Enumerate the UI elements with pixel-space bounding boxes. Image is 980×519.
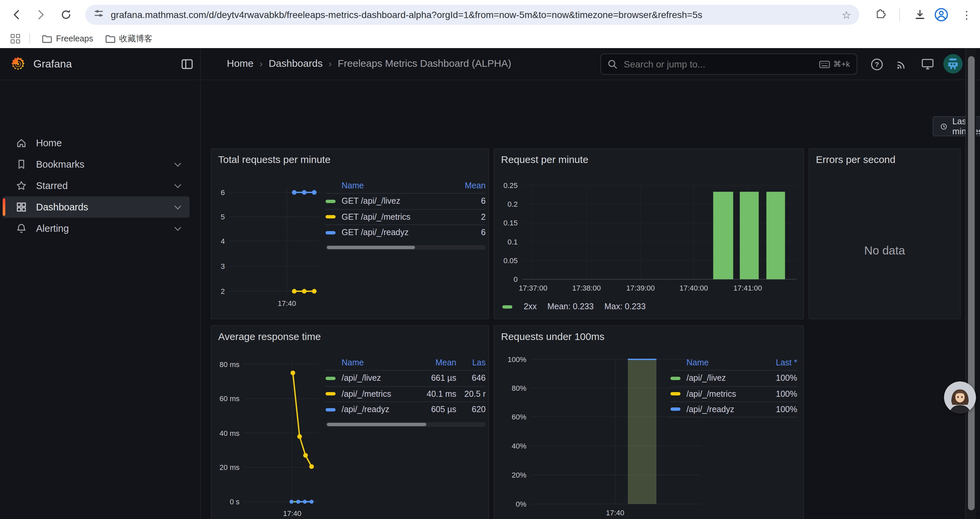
svg-text:17:37:00: 17:37:00 [519,284,547,292]
series-chip [326,216,336,219]
no-data-message: No data [809,244,960,258]
panel-total-requests: Total requests per minute 6543217:40 Nam… [211,148,489,319]
panel-title[interactable]: Errors per second [816,153,895,165]
bookmark-label: 收藏博客 [119,33,153,45]
chevron-down-icon[interactable] [175,203,181,209]
svg-text:3: 3 [221,262,225,270]
chevron-down-icon[interactable] [175,181,181,188]
forward-icon[interactable] [33,7,48,22]
bookmark-folder-freeleaps[interactable]: Freeleaps [42,34,93,43]
sidebar-item-label: Alerting [36,223,69,234]
series-last: 620 [456,405,486,414]
chart-average-response-time[interactable]: 80 ms60 ms40 ms20 ms0 s17:40 [212,357,345,519]
download-icon[interactable] [913,7,927,22]
dock-toggle-icon[interactable] [181,59,193,72]
bell-icon [16,223,27,234]
svg-text:0.2: 0.2 [508,200,518,208]
grafana-logo[interactable] [10,56,26,72]
news-icon[interactable] [894,56,910,72]
panel-title[interactable]: Average response time [218,331,321,342]
bookmark-folder-blogs[interactable]: 收藏博客 [105,33,153,45]
legend-row: /api/_/readyz 605 µs 620 [326,401,486,417]
apps-icon [16,202,27,212]
floating-assistant-avatar[interactable] [944,382,976,414]
series-name[interactable]: /api/_/livez [686,374,765,383]
legend-header-name[interactable]: Name [342,181,448,190]
series-name[interactable]: GET /api/_/livez [342,197,448,206]
breadcrumb: Home › Dashboards › Freeleaps Metrics Da… [227,57,511,69]
series-name[interactable]: GET /api/_/readyz [342,228,448,238]
help-icon[interactable]: ? [869,56,885,72]
sidebar-item-dashboards[interactable]: Dashboards [3,196,189,218]
svg-text:5: 5 [221,213,225,221]
series-name[interactable]: /api/_/metrics [686,390,765,399]
svg-text:0.15: 0.15 [503,219,518,227]
sidebar-item-alerting[interactable]: Alerting [3,218,189,239]
site-settings-icon[interactable] [94,8,104,21]
breadcrumb-separator: › [259,58,262,69]
sidebar: Home Bookmarks Starred Dashboards Alerti [0,80,200,519]
series-chip [326,408,336,412]
series-mean: Mean: 0.233 [547,302,594,311]
legend-header-name[interactable]: Name [686,358,765,367]
series-last: 100% [765,374,797,383]
legend-header-mean[interactable]: Mean [448,181,486,190]
series-name[interactable]: GET /api/_/metrics [342,212,448,222]
legend-header-name[interactable]: Name [342,358,419,367]
search-box[interactable]: ⌘+k [600,53,857,75]
breadcrumb-dashboards[interactable]: Dashboards [269,57,323,69]
legend-scrollbar[interactable] [326,245,486,249]
bookmark-label: Freeleaps [56,34,93,43]
series-chip [502,305,512,308]
legend-header-last[interactable]: Las [456,358,486,367]
kebab-menu-icon[interactable]: ⋮ [959,7,974,22]
series-name[interactable]: /api/_/metrics [342,390,419,399]
legend-inline: 2xx Mean: 0.233 Max: 0.233 [502,302,646,311]
back-icon[interactable] [10,7,24,22]
url-field[interactable]: grafana.mathmast.com/d/deytv4rwavabkb/fr… [111,10,836,20]
panel-title[interactable]: Requests under 100ms [501,331,605,342]
legend-header: Name Last * [670,355,797,370]
search-icon [608,59,617,69]
series-chip [326,377,336,380]
legend-scrollbar[interactable] [326,422,486,426]
svg-text:0%: 0% [516,500,527,508]
apps-grid-icon[interactable] [11,34,20,43]
user-avatar[interactable] [943,54,963,73]
sidebar-item-starred[interactable]: Starred [3,175,189,196]
series-name[interactable]: /api/_/readyz [342,405,419,414]
series-name[interactable]: /api/_/readyz [686,405,765,414]
reload-icon[interactable] [59,7,73,22]
chevron-down-icon[interactable] [175,160,181,167]
svg-text:0: 0 [514,275,518,284]
svg-text:40 ms: 40 ms [220,429,240,438]
panel-title[interactable]: Total requests per minute [218,153,331,165]
chart-request-per-minute[interactable]: 0.250.20.150.10.05017:37:0017:38:0017:39… [494,180,805,300]
legend-header-mean[interactable]: Mean [419,358,456,367]
bookmark-star-icon[interactable]: ☆ [842,8,851,21]
svg-text:20%: 20% [512,471,527,479]
breadcrumb-home[interactable]: Home [227,57,253,69]
series-name[interactable]: /api/_/livez [342,374,419,383]
clock-icon [941,121,947,131]
panel-title[interactable]: Request per minute [501,153,589,165]
sidebar-item-bookmarks[interactable]: Bookmarks [3,153,189,175]
legend-header-last[interactable]: Last * [765,358,797,367]
svg-text:0.1: 0.1 [508,238,518,246]
scrollbar-thumb[interactable] [968,56,975,510]
page-scrollbar[interactable] [965,48,976,519]
search-input[interactable] [622,58,814,70]
sidebar-item-home[interactable]: Home [3,132,189,153]
search-shortcut: ⌘+k [819,59,850,69]
chart-total-requests[interactable]: 6543217:40 [212,180,345,316]
omnibox[interactable]: grafana.mathmast.com/d/deytv4rwavabkb/fr… [85,5,859,25]
profile-icon[interactable] [934,7,949,22]
folder-icon [42,34,52,43]
series-name[interactable]: 2xx [524,302,537,311]
legend-row: /api/_/readyz 100% [670,401,797,417]
svg-text:60 ms: 60 ms [220,394,240,403]
grafana-app: Grafana Home › Dashboards › Freeleaps Me… [0,48,980,519]
extensions-icon[interactable] [874,7,889,22]
chevron-down-icon[interactable] [175,224,181,231]
monitor-icon[interactable] [919,56,935,72]
